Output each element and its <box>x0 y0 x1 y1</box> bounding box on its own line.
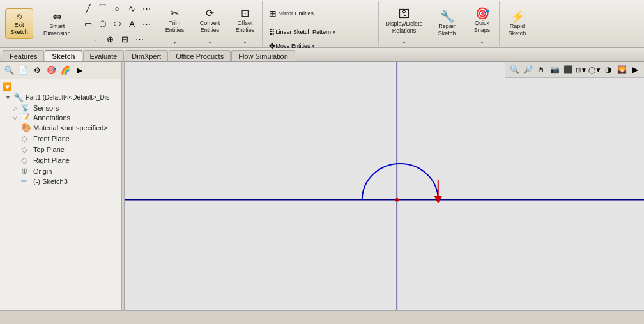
trim-label: Trim Entities <box>165 20 185 34</box>
tree-item-material[interactable]: 🎨 Material <not specified> <box>0 122 121 133</box>
origin-label: Origin <box>33 167 52 175</box>
annotations-icon: 📝 <box>21 113 31 121</box>
hide-show-button[interactable]: ◯▼ <box>588 63 601 76</box>
tree-item-top-plane[interactable]: ◇ Top Plane <box>0 144 121 155</box>
more-button1[interactable]: ⋯ <box>140 1 154 15</box>
mirror-label: Mirror Entities <box>279 10 314 17</box>
annotations-expand: ▽ <box>13 114 19 121</box>
scene-button[interactable]: 🌄 <box>615 63 628 76</box>
front-plane-icon: ◇ <box>21 134 31 143</box>
tab-features[interactable]: Features <box>3 50 44 61</box>
mirror-point-button[interactable]: ⊞ <box>118 32 132 46</box>
tab-office-products[interactable]: Office Products <box>169 50 231 61</box>
main-area: 🔍 📄 ⚙ 🎯 🌈 ▶ 🔽 ▼ 🔧 Part1 (Default<<Defaul… <box>0 62 644 310</box>
more-button2[interactable]: ⋯ <box>140 17 154 31</box>
annotations-label: Annotations <box>33 114 70 121</box>
right-plane-icon: ◇ <box>21 155 31 165</box>
ellipse-button[interactable]: ⬭ <box>111 17 125 31</box>
tree-item-sensors[interactable]: ▷ 📡 Sensors <box>0 103 121 112</box>
part1-icon: 🔧 <box>13 93 24 102</box>
quick-snaps-label: Quick Snaps <box>474 20 491 34</box>
smart-dimension-button[interactable]: ⇔ Smart Dimension <box>40 9 74 39</box>
offset-icon: ⊡ <box>241 8 249 19</box>
tree-item-front-plane[interactable]: ◇ Front Plane <box>0 133 121 144</box>
tab-sketch[interactable]: Sketch <box>45 50 82 61</box>
camera-button[interactable]: 📷 <box>548 63 561 76</box>
display-mode-button[interactable]: ⊡▼ <box>575 63 588 76</box>
move-label: Move Entities <box>276 43 310 49</box>
sidebar-icon-settings[interactable]: ⚙ <box>31 64 43 77</box>
more-btn3[interactable]: ⋯ <box>132 32 146 46</box>
select-button[interactable]: 🖱 <box>535 63 548 76</box>
canvas-area[interactable]: 🔍 🔎 🖱 📷 ⬛ ⊡▼ ◯▼ ◑ 🌄 ▶ <box>125 62 644 310</box>
zoom-fit-button[interactable]: 🔍 <box>508 63 521 76</box>
svg-rect-0 <box>125 62 644 310</box>
arc-button[interactable]: ⌒ <box>96 1 110 15</box>
sketch-tools-row1: ╱ ⌒ ○ ∿ ⋯ <box>81 1 154 15</box>
exit-sketch-icon: ⎋ <box>17 12 22 21</box>
linear-pattern-button[interactable]: ⠿ Linear Sketch Pattern ▼ <box>266 25 376 39</box>
offset-dropdown-arrow[interactable]: ▼ <box>243 40 247 45</box>
tree-item-origin[interactable]: ⊕ Origin <box>0 166 121 176</box>
tree-item-annotations[interactable]: ▽ 📝 Annotations <box>0 112 121 122</box>
move-arrow: ▼ <box>311 43 316 49</box>
rectangle-button[interactable]: ▭ <box>81 17 95 31</box>
convert-entities-button[interactable]: ⟳ Convert Entities <box>196 3 224 39</box>
convert-dropdown-arrow[interactable]: ▼ <box>208 40 212 45</box>
quick-snaps-button[interactable]: 🎯 Quick Snaps <box>468 3 496 39</box>
sidebar-icon-doc[interactable]: 📄 <box>17 64 29 77</box>
origin-icon: ⊕ <box>21 166 31 176</box>
linear-pattern-label: Linear Sketch Pattern <box>276 29 332 35</box>
zoom-out-button[interactable]: 🔎 <box>521 63 534 76</box>
sidebar-icon-more[interactable]: ▶ <box>73 64 86 77</box>
tree-item-sketch3[interactable]: ✏ (-) Sketch3 <box>0 176 121 186</box>
trim-entities-button[interactable]: ✂ Trim Entities <box>161 3 189 39</box>
tab-flow-simulation[interactable]: Flow Simulation <box>231 50 295 61</box>
smart-dim-icon: ⇔ <box>52 11 62 22</box>
tree-filter[interactable]: 🔽 <box>0 82 121 92</box>
circle-button[interactable]: ○ <box>111 1 125 15</box>
trim-icon: ✂ <box>171 8 179 19</box>
sidebar-icon-search[interactable]: 🔍 <box>3 64 15 77</box>
tab-dimxpert[interactable]: DimXpert <box>125 50 168 61</box>
rapid-sketch-icon: ⚡ <box>510 11 525 22</box>
text-button[interactable]: A <box>125 17 139 31</box>
display-delete-icon: ⚿ <box>399 8 410 19</box>
svg-point-5 <box>436 198 440 202</box>
top-plane-icon: ◇ <box>21 144 31 154</box>
tree-item-right-plane[interactable]: ◇ Right Plane <box>0 155 121 166</box>
display-delete-button[interactable]: ⚿ Display/Delete Relations <box>383 3 426 39</box>
sketch-canvas[interactable] <box>125 62 644 310</box>
tree-item-part1[interactable]: ▼ 🔧 Part1 (Default<<Default>_Disp <box>0 92 121 103</box>
quick-snaps-arrow[interactable]: ▼ <box>480 40 484 45</box>
rapid-sketch-button[interactable]: ⚡ Rapid Sketch <box>503 3 532 45</box>
appearance-button[interactable]: ◑ <box>602 63 615 76</box>
convert-label: Convert Entities <box>200 20 220 34</box>
display-delete-arrow[interactable]: ▼ <box>402 40 406 45</box>
canvas-toolbar: 🔍 🔎 🖱 📷 ⬛ ⊡▼ ◯▼ ◑ 🌄 ▶ <box>505 62 644 78</box>
linear-pattern-arrow: ▼ <box>332 29 337 35</box>
convert-icon: ⟳ <box>206 8 214 19</box>
view-button[interactable]: ▶ <box>629 63 641 76</box>
tab-evaluate[interactable]: Evaluate <box>83 50 125 61</box>
move-icon: ✥ <box>269 42 275 50</box>
trim-dropdown-arrow[interactable]: ▼ <box>172 40 177 45</box>
centerline-button[interactable]: ⊕ <box>103 32 117 46</box>
sidebar-icon-color[interactable]: 🌈 <box>59 64 72 77</box>
sketch-tools-row2: ▭ ⬡ ⬭ A ⋯ <box>81 17 154 31</box>
part1-expand: ▼ <box>5 95 12 101</box>
spline-button[interactable]: ∿ <box>125 1 139 15</box>
view-mode-button[interactable]: ⬛ <box>562 63 574 76</box>
sidebar-icon-target[interactable]: 🎯 <box>45 64 57 77</box>
sensors-label: Sensors <box>33 104 59 112</box>
exit-sketch-button[interactable]: ⎋ Exit Sketch <box>5 8 33 39</box>
mirror-entities-button[interactable]: ⊞ Mirror Entities <box>266 3 376 24</box>
polygon-button[interactable]: ⬡ <box>96 17 110 31</box>
sidebar-toolbar: 🔍 📄 ⚙ 🎯 🌈 ▶ <box>0 62 121 79</box>
offset-entities-button[interactable]: ⊡ Offset Entities <box>231 3 259 39</box>
point-button[interactable]: · <box>88 32 102 46</box>
line-button[interactable]: ╱ <box>81 1 95 15</box>
display-delete-label: Display/Delete Relations <box>386 20 423 35</box>
repair-sketch-button[interactable]: 🔧 Repair Sketch <box>433 3 461 45</box>
offset-entities-group: ⊡ Offset Entities ▼ <box>229 1 263 46</box>
